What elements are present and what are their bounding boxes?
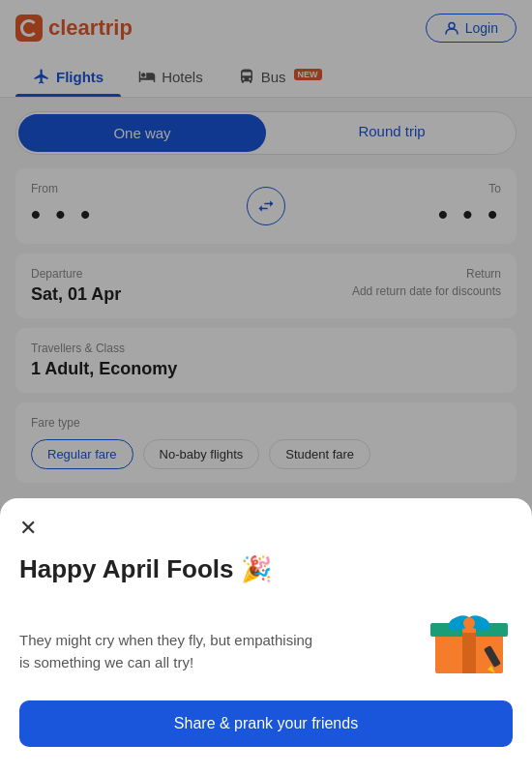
sheet-description: They might cry when they fly, but empath… xyxy=(19,630,315,673)
sheet-body: They might cry when they fly, but empath… xyxy=(19,596,513,673)
share-button[interactable]: Share & prank your friends xyxy=(19,700,513,747)
sheet-title: Happy April Fools 🎉 xyxy=(19,554,513,584)
svg-point-8 xyxy=(463,617,475,629)
svg-rect-5 xyxy=(462,633,476,673)
bottom-sheet: ✕ Happy April Fools 🎉 They might cry whe… xyxy=(0,498,532,774)
close-button[interactable]: ✕ xyxy=(19,518,37,539)
gift-box-illustration xyxy=(426,596,513,673)
